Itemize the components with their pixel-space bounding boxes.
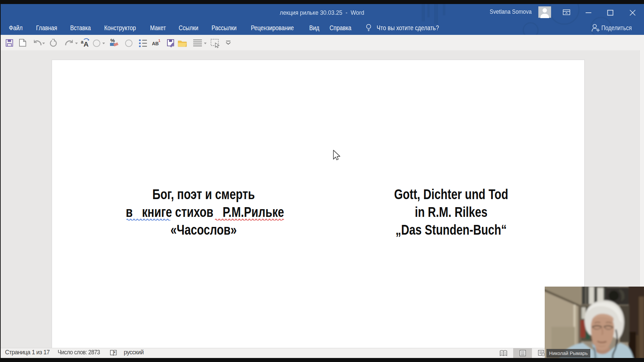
svg-text:A: A	[84, 40, 89, 48]
svg-text:AB: AB	[152, 41, 159, 46]
svg-text:1: 1	[158, 39, 160, 43]
svg-text:%: %	[110, 38, 115, 43]
svg-text:a: a	[81, 39, 84, 45]
